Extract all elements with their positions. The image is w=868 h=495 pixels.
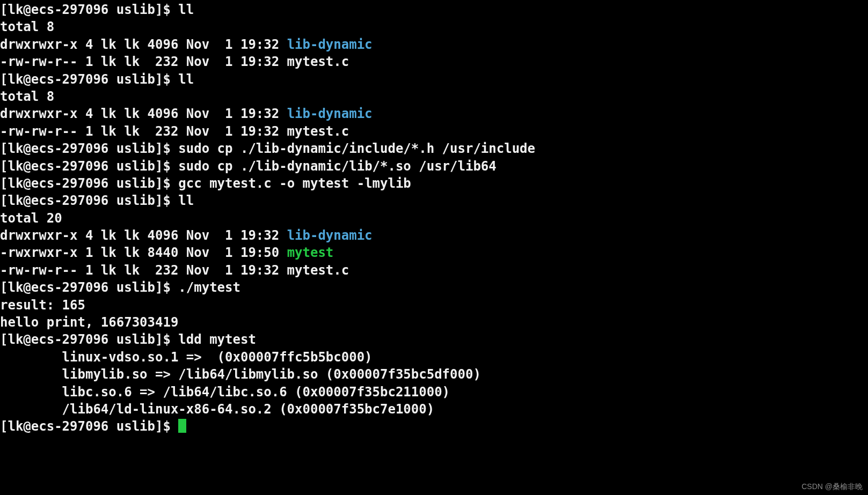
- shell-prompt: [lk@ecs-297096 uslib]$: [0, 141, 178, 156]
- terminal-text: drwxrwxr-x 4 lk lk 4096 Nov 1 19:32: [0, 37, 287, 52]
- terminal-text: total 20: [0, 211, 62, 226]
- shell-prompt: [lk@ecs-297096 uslib]$: [0, 72, 178, 87]
- directory-name: lib-dynamic: [287, 106, 373, 121]
- terminal-text: ll: [178, 193, 194, 208]
- shell-prompt: [lk@ecs-297096 uslib]$: [0, 159, 178, 174]
- terminal-text: libc.so.6 => /lib64/libc.so.6 (0x00007f3…: [0, 385, 450, 400]
- terminal-text: libmylib.so => /lib64/libmylib.so (0x000…: [0, 367, 481, 382]
- terminal-text: -rw-rw-r-- 1 lk lk 232 Nov 1 19:32 mytes…: [0, 54, 349, 69]
- terminal-text: result: 165: [0, 298, 85, 313]
- directory-name: lib-dynamic: [287, 228, 373, 243]
- shell-prompt: [lk@ecs-297096 uslib]$: [0, 332, 178, 347]
- terminal-text: ll: [178, 72, 194, 87]
- terminal-text: sudo cp ./lib-dynamic/lib/*.so /usr/lib6…: [178, 159, 496, 174]
- terminal-text: total 8: [0, 89, 54, 104]
- directory-name: lib-dynamic: [287, 37, 373, 52]
- executable-name: mytest: [287, 245, 334, 260]
- terminal-text: /lib64/ld-linux-x86-64.so.2 (0x00007f35b…: [0, 402, 434, 417]
- terminal-output[interactable]: [lk@ecs-297096 uslib]$ ll total 8 drwxrw…: [0, 0, 868, 435]
- terminal-text: -rwxrwxr-x 1 lk lk 8440 Nov 1 19:50: [0, 245, 287, 260]
- terminal-text: total 8: [0, 19, 54, 34]
- terminal-text: -rw-rw-r-- 1 lk lk 232 Nov 1 19:32 mytes…: [0, 124, 349, 139]
- shell-prompt: [lk@ecs-297096 uslib]$: [0, 176, 178, 191]
- cursor-block[interactable]: [178, 419, 186, 433]
- terminal-text: hello print, 1667303419: [0, 315, 178, 330]
- terminal-text: ll: [178, 2, 194, 17]
- terminal-text: ./mytest: [178, 280, 240, 295]
- terminal-text: -rw-rw-r-- 1 lk lk 232 Nov 1 19:32 mytes…: [0, 263, 349, 278]
- terminal-text: drwxrwxr-x 4 lk lk 4096 Nov 1 19:32: [0, 228, 287, 243]
- shell-prompt: [lk@ecs-297096 uslib]$: [0, 2, 178, 17]
- terminal-text: gcc mytest.c -o mytest -lmylib: [178, 176, 411, 191]
- shell-prompt: [lk@ecs-297096 uslib]$: [0, 193, 178, 208]
- terminal-text: linux-vdso.so.1 => (0x00007ffc5b5bc000): [0, 350, 373, 365]
- shell-prompt: [lk@ecs-297096 uslib]$: [0, 419, 178, 434]
- shell-prompt: [lk@ecs-297096 uslib]$: [0, 280, 178, 295]
- terminal-text: ldd mytest: [178, 332, 256, 347]
- terminal-text: sudo cp ./lib-dynamic/include/*.h /usr/i…: [178, 141, 535, 156]
- terminal-text: drwxrwxr-x 4 lk lk 4096 Nov 1 19:32: [0, 106, 287, 121]
- watermark: CSDN @桑榆非晚: [801, 482, 863, 492]
